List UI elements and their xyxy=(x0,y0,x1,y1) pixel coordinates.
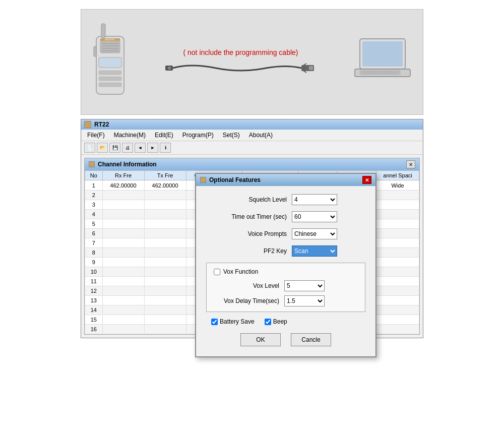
vox-delay-row: Vox Delay Time(sec) 1.5 xyxy=(214,295,358,306)
vox-level-select[interactable]: 5 xyxy=(284,280,325,291)
cancel-button[interactable]: Cancle xyxy=(291,333,331,346)
cell-no: 5 xyxy=(85,219,103,229)
pf2-key-label: PF2 Key xyxy=(206,248,287,255)
toolbar-save[interactable]: 💾 xyxy=(109,143,120,153)
toolbar-open[interactable]: 📂 xyxy=(97,143,108,153)
cell-no: 16 xyxy=(85,325,103,334)
channel-panel-title: Channel Information xyxy=(98,161,157,168)
svg-rect-10 xyxy=(99,83,121,87)
vox-delay-label: Vox Delay Time(sec) xyxy=(214,297,279,304)
cell-no: 2 xyxy=(85,191,103,200)
vox-level-row: Vox Level 5 xyxy=(214,280,358,291)
cell-tx xyxy=(144,229,186,238)
pf2-key-select[interactable]: Scan Monitor Alarm xyxy=(292,245,337,257)
cell-spacing xyxy=(376,191,419,200)
voice-prompts-label: Voice Prompts xyxy=(206,230,287,237)
vox-delay-select[interactable]: 1.5 xyxy=(284,295,325,306)
cell-spacing xyxy=(376,229,419,238)
cell-rx xyxy=(102,296,144,305)
timeout-row: Time out Timer (sec) 60 xyxy=(206,211,365,222)
app-window: RT22 File(F) Machine(M) Edit(E) Program(… xyxy=(81,119,423,338)
channel-panel-icon xyxy=(89,161,95,167)
col-rx: Rx Fre xyxy=(102,171,144,180)
not-include-text: ( not include the programming cable) xyxy=(183,48,298,56)
svg-point-15 xyxy=(168,67,171,70)
channel-panel-close[interactable]: ✕ xyxy=(406,160,415,168)
dialog-title: Optional Features xyxy=(209,176,261,183)
voice-prompts-row: Voice Prompts Chinese English Off xyxy=(206,228,365,239)
cell-rx xyxy=(102,219,144,229)
cell-rx xyxy=(102,238,144,248)
battery-save-label: Battery Save xyxy=(220,318,255,325)
optional-features-dialog: Optional Features ✕ Squelch Level 4 xyxy=(195,173,376,357)
voice-prompts-select[interactable]: Chinese English Off xyxy=(292,228,337,239)
cell-no: 10 xyxy=(85,267,103,277)
svg-rect-9 xyxy=(99,77,121,81)
cell-no: 6 xyxy=(85,229,103,238)
battery-save-checkbox[interactable] xyxy=(211,319,218,325)
toolbar-print[interactable]: 🖨 xyxy=(122,143,133,153)
cell-tx xyxy=(144,315,186,325)
col-no: No xyxy=(85,171,103,180)
channel-panel-header: Channel Information ✕ xyxy=(85,158,419,170)
cell-spacing xyxy=(376,286,419,296)
vox-function-label: Vox Function xyxy=(223,268,258,275)
cell-no: 4 xyxy=(85,210,103,219)
cell-no: 12 xyxy=(85,286,103,296)
cell-rx: 462.00000 xyxy=(102,180,144,191)
cell-spacing xyxy=(376,200,419,210)
timeout-label: Time out Timer (sec) xyxy=(206,213,287,220)
menu-edit[interactable]: Edit(E) xyxy=(151,131,177,140)
bottom-checkboxes: Battery Save Beep xyxy=(206,318,365,325)
vox-function-checkbox[interactable] xyxy=(214,269,220,275)
cell-tx xyxy=(144,248,186,258)
cell-spacing xyxy=(376,219,419,229)
cell-tx: 462.00000 xyxy=(144,180,186,191)
toolbar-info[interactable]: ℹ xyxy=(160,143,171,153)
cell-spacing xyxy=(376,277,419,286)
cell-spacing xyxy=(376,248,419,258)
cell-tx xyxy=(144,191,186,200)
laptop-icon xyxy=(352,36,413,88)
menu-machine[interactable]: Machine(M) xyxy=(110,131,150,140)
toolbar-left[interactable]: ◄ xyxy=(135,143,146,153)
menu-file[interactable]: File(F) xyxy=(83,131,109,140)
beep-checkbox[interactable] xyxy=(265,319,271,325)
cell-no: 1 xyxy=(85,180,103,191)
cell-no: 7 xyxy=(85,238,103,248)
menu-about[interactable]: About(A) xyxy=(245,131,277,140)
svg-rect-7 xyxy=(99,57,121,68)
cell-spacing xyxy=(376,258,419,267)
cell-tx xyxy=(144,325,186,334)
cell-rx xyxy=(102,305,144,315)
toolbar-right[interactable]: ► xyxy=(147,143,158,153)
cell-no: 9 xyxy=(85,258,103,267)
timeout-select[interactable]: 60 xyxy=(292,211,337,222)
menu-set[interactable]: Set(S) xyxy=(219,131,244,140)
app-icon xyxy=(84,121,91,128)
menu-program[interactable]: Program(P) xyxy=(178,131,218,140)
cell-tx xyxy=(144,210,186,219)
cell-rx xyxy=(102,325,144,334)
cell-rx xyxy=(102,248,144,258)
cell-tx xyxy=(144,286,186,296)
cable-area: ( not include the programming cable) xyxy=(134,48,347,76)
cell-no: 11 xyxy=(85,277,103,286)
cell-tx xyxy=(144,305,186,315)
battery-save-checkbox-row: Battery Save xyxy=(211,318,255,325)
ok-button[interactable]: OK xyxy=(240,333,281,346)
squelch-select[interactable]: 4 xyxy=(292,194,337,205)
cell-no: 13 xyxy=(85,296,103,305)
cell-tx xyxy=(144,200,186,210)
dialog-title-bar: Optional Features ✕ xyxy=(196,174,375,186)
dialog-icon xyxy=(200,177,206,183)
svg-text:BAOFENG: BAOFENG xyxy=(105,38,115,41)
cell-rx xyxy=(102,210,144,219)
cell-spacing xyxy=(376,315,419,325)
pf2-key-row: PF2 Key Scan Monitor Alarm xyxy=(206,245,365,257)
toolbar-new[interactable]: 📄 xyxy=(84,143,95,153)
beep-checkbox-row: Beep xyxy=(265,318,287,325)
cell-spacing xyxy=(376,325,419,334)
dialog-close-button[interactable]: ✕ xyxy=(362,176,371,184)
cell-spacing xyxy=(376,267,419,277)
